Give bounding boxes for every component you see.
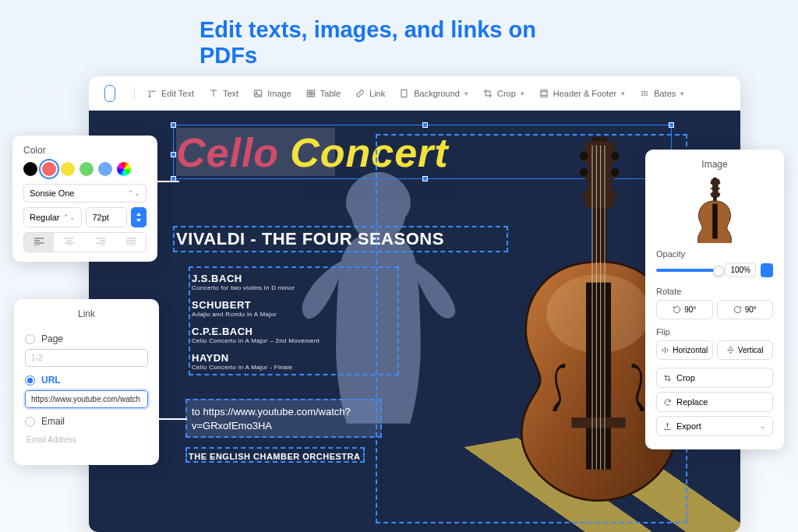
background-button[interactable]: Background▾	[394, 85, 474, 102]
table-button[interactable]: Table	[300, 85, 346, 102]
flip-label: Flip	[656, 327, 773, 336]
font-size-input[interactable]: 72pt	[86, 207, 127, 227]
document-link[interactable]: to https://www.youtube.com/watch?v=GRxof…	[192, 405, 351, 433]
align-justify[interactable]	[117, 233, 147, 252]
rotate-cw-button[interactable]: 90°	[717, 300, 774, 319]
crop-image-button[interactable]: Crop	[656, 368, 773, 388]
link-page-option[interactable]: Page	[25, 333, 148, 344]
opacity-label: Opacity	[656, 249, 773, 259]
edit-text-button[interactable]: Edit Text	[141, 85, 200, 102]
opacity-value[interactable]: 100%	[725, 262, 756, 277]
color-panel-title: Color	[23, 145, 147, 156]
radio-icon	[25, 375, 35, 386]
align-center[interactable]	[55, 233, 85, 252]
link-url-option[interactable]: URL	[25, 375, 148, 386]
cello-selection	[376, 134, 687, 523]
app-window: Edit Text Text Image Table Link Backgrou…	[89, 76, 740, 532]
opacity-stepper[interactable]	[761, 263, 773, 277]
link-button[interactable]: Link	[349, 85, 390, 102]
orchestra-selection	[185, 447, 365, 463]
swatch-black[interactable]	[23, 162, 37, 176]
swatch-green[interactable]	[79, 162, 94, 176]
radio-icon	[25, 334, 35, 344]
font-size-stepper[interactable]	[131, 207, 147, 227]
header-footer-button[interactable]: Header & Footer▾	[533, 85, 630, 102]
text-align-group	[23, 232, 147, 252]
swatch-red[interactable]	[42, 162, 56, 176]
link-email-option[interactable]: Email	[25, 416, 148, 427]
opacity-slider[interactable]	[656, 269, 720, 272]
page-input[interactable]: 1-2	[25, 349, 148, 367]
svg-rect-2	[307, 90, 314, 96]
export-image-button[interactable]: Export⌄	[656, 416, 773, 436]
email-input[interactable]: Email Address	[25, 432, 148, 448]
align-left[interactable]	[24, 233, 54, 252]
swatch-blue[interactable]	[98, 162, 112, 176]
svg-rect-4	[541, 90, 547, 97]
color-connector	[156, 181, 179, 182]
headline: Edit texts, images, and links on PDFs	[200, 17, 598, 69]
rotate-label: Rotate	[656, 287, 773, 296]
svg-point-1	[256, 91, 258, 93]
select-tool[interactable]	[104, 85, 115, 102]
swatch-custom[interactable]	[117, 162, 131, 176]
swatch-yellow[interactable]	[61, 162, 75, 176]
font-family-select[interactable]: Sonsie One⌃⌄	[23, 184, 147, 203]
align-right[interactable]	[86, 233, 115, 252]
link-connector	[157, 418, 187, 420]
crop-button[interactable]: Crop▾	[477, 85, 530, 102]
image-button[interactable]: Image	[247, 85, 297, 102]
svg-rect-3	[401, 90, 407, 97]
bates-button[interactable]: Bates▾	[634, 85, 690, 102]
image-thumbnail[interactable]	[691, 178, 738, 240]
rotate-ccw-button[interactable]: 90°	[656, 300, 713, 319]
replace-image-button[interactable]: Replace	[656, 392, 773, 412]
font-weight-select[interactable]: Regular⌃⌄	[23, 207, 82, 227]
color-panel: Color Sonsie One⌃⌄ Regular⌃⌄ 72pt	[12, 136, 157, 262]
hand-tool[interactable]	[118, 86, 128, 101]
composers-selection	[189, 266, 399, 375]
text-button[interactable]: Text	[203, 85, 244, 102]
flip-horizontal-button[interactable]: Horizontal	[656, 340, 713, 360]
radio-icon	[25, 417, 35, 427]
toolbar: Edit Text Text Image Table Link Backgrou…	[89, 76, 740, 111]
flip-vertical-button[interactable]: Vertical	[717, 340, 774, 360]
image-panel: Image Opacity 100% Rotate 90° 90° Flip H…	[645, 150, 784, 449]
document-canvas[interactable]: Cello Concert VIVALDI - THE FOUR SEASONS…	[89, 111, 740, 532]
svg-rect-35	[712, 204, 718, 239]
color-swatches	[23, 162, 147, 176]
link-panel: Link Page 1-2 URL https://www.youtube.co…	[14, 299, 159, 465]
image-panel-title: Image	[656, 159, 773, 170]
link-panel-title: Link	[25, 308, 148, 326]
url-input[interactable]: https://www.youtube.com/watch	[25, 390, 148, 408]
